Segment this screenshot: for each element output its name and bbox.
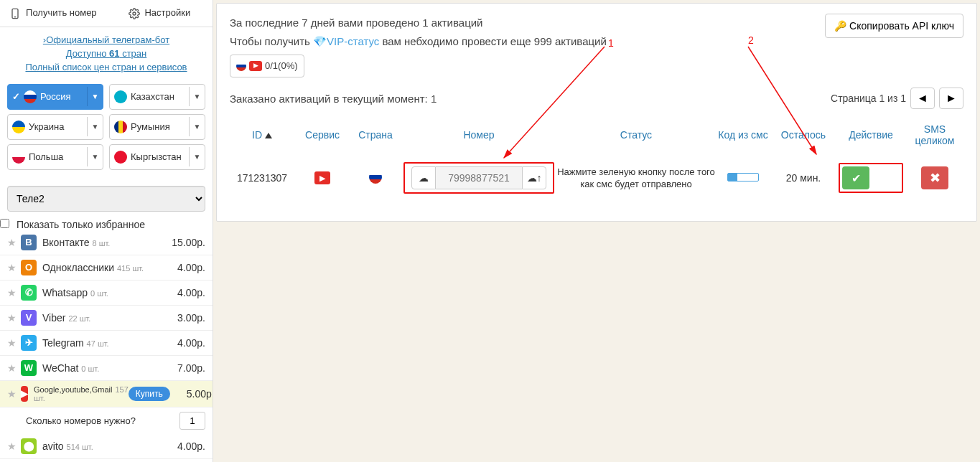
link-countries-available[interactable]: Доступно 61 стран — [66, 48, 147, 59]
country-ru[interactable]: ✓Россия▼ — [7, 84, 103, 110]
flag-kz-icon — [114, 90, 127, 103]
service-item[interactable]: ★VViber22 шт.3.00р. — [0, 306, 213, 331]
country-kz[interactable]: Казахстан▼ — [109, 84, 205, 110]
sidebar-tabs: Получить номер Настройки — [0, 0, 213, 27]
cell-left: 20 мин. — [771, 172, 836, 184]
country-pl[interactable]: Польша▼ — [7, 144, 103, 170]
country-ro[interactable]: Румыния▼ — [109, 114, 205, 140]
key-icon: 🔑 — [834, 20, 846, 32]
service-item[interactable]: ★⬤avito514 шт.4.00р. — [0, 434, 213, 459]
vip-status-link[interactable]: 💎VIP-статус — [313, 35, 379, 47]
progress-pill[interactable]: ▶ 0/1(0%) — [230, 55, 304, 77]
service-icon: ✆ — [21, 285, 37, 301]
chevron-down-icon[interactable]: ▼ — [189, 87, 205, 106]
col-id[interactable]: ID — [230, 129, 294, 141]
sidebar-links: ›Официальный телеграм-бот Доступно 61 ст… — [0, 27, 213, 80]
stats-line1: За последние 7 дней вами проведено 1 акт… — [230, 14, 607, 32]
flag-ru-icon — [369, 171, 382, 184]
service-icon: О — [21, 260, 37, 275]
service-icon: W — [21, 360, 37, 376]
flag-ru-icon — [24, 90, 37, 103]
star-icon[interactable]: ★ — [7, 262, 17, 273]
country-kg[interactable]: Кыргызстан▼ — [109, 144, 205, 170]
service-list: ★ВВконтакте8 шт.15.00р.★ООдноклассники41… — [0, 230, 213, 462]
cancel-button[interactable]: ✖ — [921, 166, 948, 189]
link-price-list[interactable]: Полный список цен стран и сервисов — [25, 62, 187, 72]
main-area: 1 2 За последние 7 дней вами проведено 1… — [213, 0, 980, 462]
operator-select[interactable]: Теле2 — [7, 186, 205, 212]
favorites-only-checkbox[interactable] — [0, 219, 9, 228]
col-country[interactable]: Страна — [350, 129, 401, 141]
cell-service: ▶ — [297, 171, 347, 185]
country-ua[interactable]: Украина▼ — [7, 114, 103, 140]
tab-get-number[interactable]: Получить номер — [0, 0, 106, 27]
flag-pl-icon — [12, 151, 25, 164]
star-icon[interactable]: ★ — [7, 287, 17, 298]
youtube-icon: ▶ — [314, 171, 330, 184]
chevron-down-icon[interactable]: ▼ — [189, 147, 205, 166]
service-item[interactable]: ★⬤avito+переадресация5 шт.45р. — [0, 459, 213, 462]
sidebar: Получить номер Настройки ›Официальный те… — [0, 0, 213, 462]
svg-point-2 — [133, 12, 136, 15]
col-left[interactable]: Осталось — [771, 129, 836, 141]
qty-label: Сколько номеров нужно? — [7, 415, 174, 426]
flag-ru-icon — [236, 61, 246, 71]
cell-number: ☁ ☁↑ — [403, 162, 554, 194]
tab-settings[interactable]: Настройки — [106, 0, 213, 27]
star-icon[interactable]: ★ — [7, 440, 17, 452]
chevron-down-icon[interactable]: ▼ — [87, 147, 103, 166]
chevron-down-icon[interactable]: ▼ — [87, 117, 103, 136]
cell-action: ✔ — [839, 163, 903, 193]
stats-line2: Чтобы получить 💎VIP-статус вам небходимо… — [230, 32, 607, 51]
service-item[interactable]: ★✈Telegram47 шт.4.00р. — [0, 331, 213, 356]
buy-button[interactable]: Купить — [129, 387, 170, 401]
service-icon: ⬤ — [21, 438, 37, 454]
youtube-icon: ▶ — [249, 61, 262, 71]
flag-ro-icon — [114, 121, 127, 133]
col-sms[interactable]: SMS целиком — [906, 123, 963, 146]
tab-get-number-label: Получить номер — [26, 7, 97, 18]
number-highlight: ☁ ☁↑ — [403, 162, 554, 194]
copy-api-key-button[interactable]: 🔑 Скопировать API ключ — [825, 14, 963, 38]
col-code[interactable]: Код из смс — [718, 129, 768, 141]
gear-icon — [129, 8, 140, 19]
service-item[interactable]: ★▶Google,youtube,Gmail157 шт.Купить5.00р… — [0, 381, 213, 407]
pager: Страница 1 из 1 ◄ ► — [831, 88, 963, 109]
page-prev-button[interactable]: ◄ — [910, 88, 935, 109]
col-number[interactable]: Номер — [403, 129, 554, 141]
copy-number-button[interactable]: ☁ — [411, 166, 436, 189]
table-row: 171231307 ▶ ☁ ☁↑ Нажмите зеленую кнопку … — [230, 152, 963, 204]
link-telegram-bot[interactable]: ›Официальный телеграм-бот — [43, 34, 169, 45]
service-item[interactable]: ★ООдноклассники415 шт.4.00р. — [0, 255, 213, 280]
cell-code — [718, 172, 768, 184]
service-icon: В — [21, 235, 37, 250]
cell-id: 171231307 — [230, 172, 294, 184]
star-icon[interactable]: ★ — [7, 362, 17, 374]
flag-ua-icon — [12, 121, 25, 133]
qty-row: Сколько номеров нужно? — [0, 407, 213, 434]
phone-number-input[interactable] — [436, 166, 522, 189]
activations-table: ID Сервис Страна Номер Статус Код из смс… — [230, 118, 963, 204]
star-icon[interactable]: ★ — [7, 337, 17, 349]
phone-icon — [9, 8, 21, 19]
star-icon[interactable]: ★ — [7, 388, 17, 400]
col-service[interactable]: Сервис — [297, 129, 347, 141]
col-status[interactable]: Статус — [557, 129, 715, 141]
col-action[interactable]: Действие — [839, 129, 903, 141]
page-next-button[interactable]: ► — [939, 88, 963, 109]
service-item[interactable]: ★WWeChat0 шт.7.00р. — [0, 356, 213, 381]
progress-bar — [727, 173, 759, 182]
ordered-count: Заказано активаций в текущий момент: 1 — [230, 93, 437, 105]
page-label: Страница 1 из 1 — [831, 93, 906, 104]
star-icon[interactable]: ★ — [7, 312, 17, 324]
qty-input[interactable] — [179, 412, 205, 430]
chevron-down-icon[interactable]: ▼ — [87, 87, 103, 106]
confirm-button[interactable]: ✔ — [842, 166, 869, 189]
service-icon: V — [21, 310, 37, 326]
service-icon: ✈ — [21, 335, 37, 351]
chevron-down-icon[interactable]: ▼ — [189, 117, 205, 136]
service-item[interactable]: ★✆Whatsapp0 шт.4.00р. — [0, 280, 213, 306]
cell-sms: ✖ — [906, 166, 963, 189]
upload-number-button[interactable]: ☁↑ — [522, 166, 546, 189]
star-icon[interactable]: ★ — [7, 237, 17, 248]
